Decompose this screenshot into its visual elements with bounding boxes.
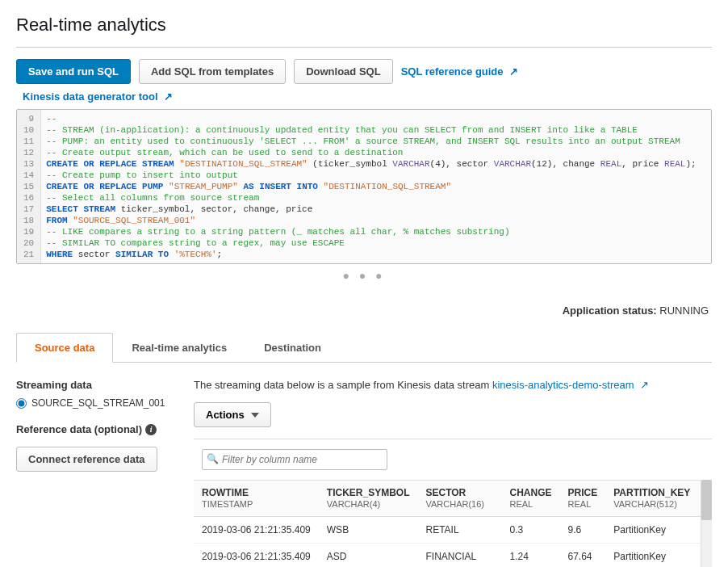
code-line: WHERE sector SIMILAR TO '%TECH%';: [46, 249, 706, 260]
table-cell: 9.6: [560, 517, 606, 544]
column-name: PARTITION_KEY: [613, 487, 690, 498]
code-line: FROM "SOURCE_SQL_STREAM_001": [46, 215, 706, 226]
external-link-icon: ↗: [640, 379, 649, 391]
column-name: SECTOR: [425, 487, 493, 498]
column-header[interactable]: PARTITION_KEYVARCHAR(512): [605, 481, 698, 517]
external-link-icon: ↗: [164, 90, 173, 103]
demo-stream-name: kinesis-analytics-demo-stream: [492, 379, 634, 391]
status-label: Application status:: [563, 304, 657, 317]
table-cell: WSB: [319, 517, 418, 544]
actions-dropdown-button[interactable]: Actions: [194, 402, 271, 427]
table-row[interactable]: 2019-03-06 21:21:35.409ASDFINANCIAL1.246…: [194, 544, 712, 568]
filter-by-column-input[interactable]: [202, 449, 387, 470]
kinesis-data-generator-link[interactable]: Kinesis data generator tool ↗: [23, 90, 173, 103]
table-cell: PartitionKey: [605, 544, 698, 568]
source-stream-radio[interactable]: [16, 398, 27, 409]
sql-reference-guide-link[interactable]: SQL reference guide ↗: [401, 65, 519, 78]
column-name: ROWTIME: [202, 487, 311, 498]
connect-reference-data-button[interactable]: Connect reference data: [16, 447, 157, 472]
external-link-icon: ↗: [509, 65, 518, 78]
column-header[interactable]: TICKER_SYMBOLVARCHAR(4): [319, 481, 418, 517]
code-line: CREATE OR REPLACE PUMP "STREAM_PUMP" AS …: [46, 181, 706, 192]
actions-label: Actions: [206, 409, 245, 421]
table-row[interactable]: 2019-03-06 21:21:35.409WSBRETAIL0.39.6Pa…: [194, 517, 712, 544]
sql-reference-guide-label: SQL reference guide: [401, 65, 504, 78]
table-cell: PartitionKey: [605, 517, 698, 544]
editor-gutter: 9101112131415161718192021: [17, 110, 41, 263]
column-type: TIMESTAMP: [202, 499, 253, 509]
reference-data-heading: Reference data (optional) i: [16, 423, 169, 435]
resize-handle-icon[interactable]: ● ● ●: [16, 264, 712, 287]
tab-destination[interactable]: Destination: [245, 333, 340, 363]
add-sql-from-templates-button[interactable]: Add SQL from templates: [139, 59, 286, 84]
page-title: Real-time analytics: [16, 8, 712, 48]
column-name: CHANGE: [510, 487, 552, 498]
code-line: SELECT STREAM ticker_symbol, sector, cha…: [46, 204, 706, 215]
code-line: -- Create pump to insert into output: [46, 170, 706, 181]
tab-real-time-analytics[interactable]: Real-time analytics: [113, 333, 245, 363]
code-line: -- LIKE compares a string to a string pa…: [46, 226, 706, 237]
info-icon[interactable]: i: [145, 424, 157, 435]
code-line: -- Select all columns from source stream: [46, 192, 706, 204]
table-cell: FINANCIAL: [417, 544, 501, 568]
code-line: -- SIMILAR TO compares string to a regex…: [46, 237, 706, 249]
table-cell: 0.3: [502, 517, 560, 544]
column-type: VARCHAR(4): [327, 499, 380, 509]
sql-editor[interactable]: 9101112131415161718192021 ---- STREAM (i…: [16, 109, 712, 264]
application-status: Application status: RUNNING: [16, 304, 709, 317]
data-table: ROWTIMETIMESTAMPTICKER_SYMBOLVARCHAR(4)S…: [194, 480, 712, 567]
code-line: CREATE OR REPLACE STREAM "DESTINATION_SQ…: [46, 158, 706, 170]
code-line: -- PUMP: an entity used to continuously …: [46, 136, 706, 147]
download-sql-button[interactable]: Download SQL: [294, 59, 392, 84]
status-value: RUNNING: [659, 304, 709, 317]
column-name: TICKER_SYMBOL: [327, 487, 410, 498]
stream-description: The streaming data below is a sample fro…: [194, 379, 712, 391]
column-type: VARCHAR(16): [425, 499, 484, 509]
table-cell: RETAIL: [417, 517, 501, 544]
code-line: -- Create output stream, which can be us…: [46, 147, 706, 158]
column-header[interactable]: SECTORVARCHAR(16): [417, 481, 501, 517]
data-table-scroll[interactable]: ROWTIMETIMESTAMPTICKER_SYMBOLVARCHAR(4)S…: [194, 480, 712, 567]
table-cell: 1.24: [502, 544, 560, 568]
table-cell: 2019-03-06 21:21:35.409: [194, 544, 319, 568]
demo-stream-link[interactable]: kinesis-analytics-demo-stream ↗: [492, 379, 649, 391]
source-stream-option[interactable]: SOURCE_SQL_STREAM_001: [16, 397, 169, 409]
table-cell: ASD: [319, 544, 418, 568]
source-stream-name: SOURCE_SQL_STREAM_001: [31, 397, 165, 409]
column-header[interactable]: ROWTIMETIMESTAMP: [194, 481, 319, 517]
tab-source-data[interactable]: Source data: [16, 333, 113, 363]
search-icon: 🔍: [207, 453, 219, 464]
column-header[interactable]: CHANGEREAL: [502, 481, 560, 517]
reference-data-label: Reference data (optional): [16, 423, 142, 435]
scrollbar-thumb[interactable]: [701, 480, 712, 520]
code-line: --: [46, 113, 706, 124]
column-type: VARCHAR(512): [613, 499, 677, 509]
content: The streaming data below is a sample fro…: [194, 379, 712, 567]
column-name: PRICE: [568, 487, 598, 498]
code-line: -- STREAM (in-application): a continuous…: [46, 124, 706, 136]
column-type: REAL: [568, 499, 592, 509]
streaming-data-heading: Streaming data: [16, 379, 169, 391]
column-type: REAL: [510, 499, 533, 509]
editor-code[interactable]: ---- STREAM (in-application): a continuo…: [41, 110, 711, 263]
tabs: Source data Real-time analytics Destinat…: [16, 333, 712, 363]
stream-description-text: The streaming data below is a sample fro…: [194, 379, 492, 391]
kinesis-data-generator-label: Kinesis data generator tool: [23, 90, 158, 103]
table-cell: 67.64: [560, 544, 606, 568]
save-and-run-sql-button[interactable]: Save and run SQL: [16, 59, 131, 84]
toolbar: Save and run SQL Add SQL from templates …: [16, 59, 712, 84]
column-header[interactable]: PRICEREAL: [560, 481, 606, 517]
vertical-scrollbar[interactable]: [701, 480, 712, 567]
sidebar: Streaming data SOURCE_SQL_STREAM_001 Ref…: [16, 379, 169, 567]
caret-down-icon: [251, 413, 259, 418]
table-cell: 2019-03-06 21:21:35.409: [194, 517, 319, 544]
